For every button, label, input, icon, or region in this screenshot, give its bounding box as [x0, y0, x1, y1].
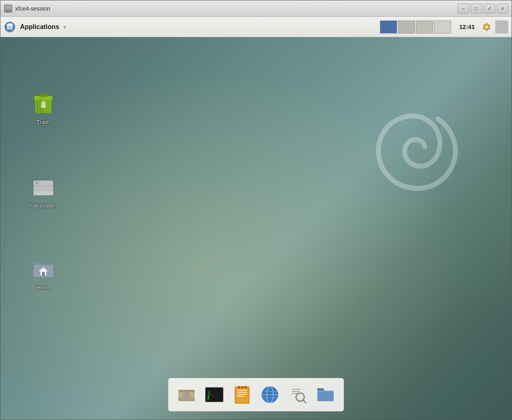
desktop[interactable]: ♻ Trash File S: [0, 37, 512, 420]
dock-drive[interactable]: [173, 382, 200, 408]
filesystem-label: File System: [28, 202, 59, 210]
filesystem-icon-image: [30, 174, 56, 200]
trash-icon[interactable]: ♻ Trash: [25, 90, 62, 126]
applications-menu[interactable]: Applications: [20, 23, 59, 31]
svg-rect-13: [34, 187, 53, 188]
filesystem-icon[interactable]: File System: [25, 174, 62, 210]
svg-text:▌: ▌: [207, 395, 210, 400]
home-icon-image: [30, 256, 56, 282]
dock-terminal[interactable]: $_ ▌: [201, 382, 227, 408]
dock: $_ ▌: [168, 378, 344, 411]
window-controls: − □ ⤢ ×: [458, 4, 508, 13]
dock-notes[interactable]: [229, 382, 255, 408]
panel-menu-icon[interactable]: ≡: [63, 25, 66, 29]
trash-label: Trash: [35, 118, 52, 126]
trash-icon-image: ♻: [30, 90, 56, 116]
home-label: Home: [35, 284, 52, 291]
workspace-4[interactable]: [434, 20, 451, 34]
svg-rect-32: [237, 390, 247, 391]
home-icon[interactable]: Home: [25, 256, 62, 291]
svg-rect-5: [39, 94, 47, 97]
svg-rect-36: [238, 386, 240, 389]
minimize-button[interactable]: −: [458, 4, 469, 13]
svg-rect-31: [236, 387, 249, 403]
svg-point-18: [39, 182, 41, 184]
svg-rect-15: [34, 190, 53, 191]
dock-files[interactable]: [312, 382, 339, 408]
close-button[interactable]: ×: [497, 4, 508, 13]
svg-line-51: [303, 400, 306, 403]
svg-point-17: [36, 182, 38, 184]
workspace-3[interactable]: [416, 20, 433, 34]
svg-rect-37: [241, 386, 244, 389]
workspace-2[interactable]: [398, 20, 415, 34]
window-title: xfce4-session: [15, 5, 50, 12]
window-icon: [4, 4, 13, 13]
debian-swirl: [356, 94, 471, 209]
user-menu-button[interactable]: [495, 20, 508, 34]
dock-browser[interactable]: [257, 382, 283, 408]
top-panel: Applications ≡ 12:41: [0, 17, 512, 37]
svg-rect-35: [237, 396, 245, 397]
svg-point-25: [182, 391, 191, 398]
svg-rect-48: [292, 391, 300, 392]
svg-rect-1: [5, 5, 11, 9]
svg-text:$_: $_: [208, 390, 214, 396]
svg-rect-38: [245, 386, 247, 389]
dock-viewer[interactable]: [285, 382, 311, 408]
maximize-button[interactable]: □: [471, 4, 482, 13]
restore-button[interactable]: ⤢: [484, 4, 495, 13]
title-bar: xfce4-session − □ ⤢ ×: [0, 0, 512, 17]
xfce-logo[interactable]: [4, 21, 16, 33]
svg-text:♻: ♻: [40, 102, 47, 110]
workspace-switcher: [380, 20, 451, 34]
svg-rect-16: [34, 192, 53, 195]
workspace-1[interactable]: [380, 20, 397, 34]
svg-rect-34: [237, 394, 247, 395]
clock: 12:41: [459, 23, 475, 30]
window-chrome: xfce4-session − □ ⤢ × Applications ≡: [0, 0, 512, 420]
settings-icon[interactable]: [481, 21, 493, 33]
svg-rect-47: [292, 389, 300, 390]
svg-rect-14: [34, 189, 53, 190]
svg-rect-12: [34, 185, 53, 186]
svg-rect-21: [42, 272, 45, 275]
svg-rect-33: [237, 392, 247, 393]
